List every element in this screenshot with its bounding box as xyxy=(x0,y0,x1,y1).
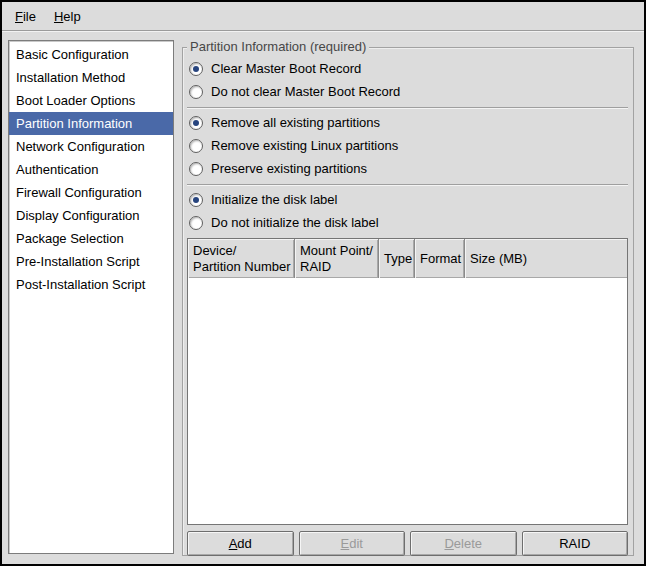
column-header-size[interactable]: Size (MB) xyxy=(465,239,627,278)
menubar: File Help xyxy=(2,2,644,31)
frame-content: Clear Master Boot Record Do not clear Ma… xyxy=(183,48,633,555)
radio-label: Remove all existing partitions xyxy=(211,115,380,130)
sidebar-item-basic-configuration[interactable]: Basic Configuration xyxy=(9,43,173,66)
sidebar-item-installation-method[interactable]: Installation Method xyxy=(9,66,173,89)
separator xyxy=(187,184,628,186)
kickstart-configurator-window: File Help Basic Configuration Installati… xyxy=(0,0,646,566)
menu-file-label: File xyxy=(15,9,36,24)
radio-button-icon xyxy=(189,139,203,153)
delete-button[interactable]: Delete xyxy=(410,531,517,556)
sidebar-item-authentication[interactable]: Authentication xyxy=(9,158,173,181)
partition-information-frame: Partition Information (required) Clear M… xyxy=(182,47,634,556)
partition-table-header: Device/ Partition Number Mount Point/ RA… xyxy=(188,239,627,278)
sidebar-item-boot-loader-options[interactable]: Boot Loader Options xyxy=(9,89,173,112)
radio-button-icon xyxy=(189,62,203,76)
radio-label: Do not initialize the disk label xyxy=(211,215,379,230)
radio-clear-mbr[interactable]: Clear Master Boot Record xyxy=(189,61,628,76)
column-header-device[interactable]: Device/ Partition Number xyxy=(188,239,295,278)
radio-button-icon xyxy=(189,116,203,130)
radio-remove-all-partitions[interactable]: Remove all existing partitions xyxy=(189,115,628,130)
sidebar-item-firewall-configuration[interactable]: Firewall Configuration xyxy=(9,181,173,204)
column-header-type[interactable]: Type xyxy=(379,239,415,278)
radio-initialize-disk-label[interactable]: Initialize the disk label xyxy=(189,192,628,207)
menu-file[interactable]: File xyxy=(6,2,45,30)
partition-table: Device/ Partition Number Mount Point/ RA… xyxy=(187,238,628,525)
radio-label: Clear Master Boot Record xyxy=(211,61,361,76)
column-header-mount-point[interactable]: Mount Point/ RAID xyxy=(295,239,379,278)
radio-do-not-initialize-disk-label[interactable]: Do not initialize the disk label xyxy=(189,215,628,230)
sidebar-item-post-installation-script[interactable]: Post-Installation Script xyxy=(9,273,173,296)
partition-action-buttons: Add Edit Delete RAID xyxy=(187,531,628,556)
radio-label: Remove existing Linux partitions xyxy=(211,138,398,153)
sidebar-item-pre-installation-script[interactable]: Pre-Installation Script xyxy=(9,250,173,273)
menu-help[interactable]: Help xyxy=(45,2,90,30)
radio-do-not-clear-mbr[interactable]: Do not clear Master Boot Record xyxy=(189,84,628,99)
radio-remove-linux-partitions[interactable]: Remove existing Linux partitions xyxy=(189,138,628,153)
radio-label: Initialize the disk label xyxy=(211,192,337,207)
radio-button-icon xyxy=(189,162,203,176)
radio-button-icon xyxy=(189,85,203,99)
radio-label: Do not clear Master Boot Record xyxy=(211,84,400,99)
edit-button[interactable]: Edit xyxy=(299,531,406,556)
radio-button-icon xyxy=(189,216,203,230)
category-list: Basic Configuration Installation Method … xyxy=(8,40,174,554)
separator xyxy=(187,107,628,109)
radio-preserve-partitions[interactable]: Preserve existing partitions xyxy=(189,161,628,176)
radio-label: Preserve existing partitions xyxy=(211,161,367,176)
sidebar-item-network-configuration[interactable]: Network Configuration xyxy=(9,135,173,158)
add-button[interactable]: Add xyxy=(187,531,294,556)
partition-table-body[interactable] xyxy=(188,278,627,524)
sidebar-item-display-configuration[interactable]: Display Configuration xyxy=(9,204,173,227)
menu-help-label: Help xyxy=(54,9,81,24)
sidebar-item-partition-information[interactable]: Partition Information xyxy=(9,112,173,135)
radio-button-icon xyxy=(189,193,203,207)
column-header-format[interactable]: Format xyxy=(415,239,465,278)
raid-button[interactable]: RAID xyxy=(522,531,629,556)
sidebar-item-package-selection[interactable]: Package Selection xyxy=(9,227,173,250)
